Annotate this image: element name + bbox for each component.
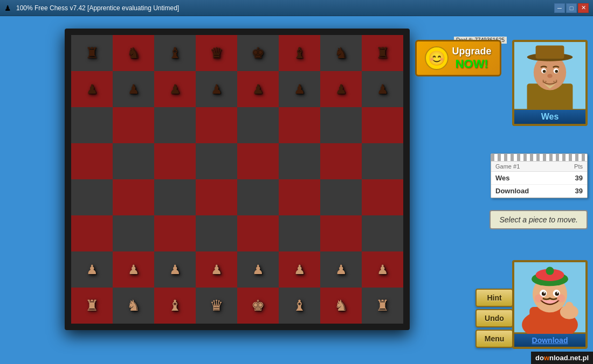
undo-button[interactable]: Undo bbox=[475, 309, 513, 327]
black-piece[interactable]: ♟ bbox=[362, 71, 403, 107]
board-cell[interactable] bbox=[71, 107, 113, 143]
board-cell[interactable]: ♜ bbox=[71, 288, 113, 324]
board-cell[interactable]: ♟ bbox=[279, 251, 320, 288]
board-cell[interactable] bbox=[113, 143, 154, 179]
black-piece[interactable]: ♜ bbox=[362, 35, 403, 71]
board-cell[interactable]: ♜ bbox=[362, 288, 403, 324]
white-piece[interactable]: ♟ bbox=[71, 251, 113, 288]
menu-button[interactable]: Menu bbox=[475, 330, 513, 348]
board-cell[interactable]: ♟ bbox=[71, 71, 113, 107]
board-cell[interactable]: ♟ bbox=[196, 251, 237, 288]
board-cell[interactable]: ♚ bbox=[237, 288, 279, 324]
chess-board[interactable]: ♜♞♝♛♚♝♞♜♟♟♟♟♟♟♟♟♟♟♟♟♟♟♟♟♜♞♝♛♚♝♞♜ bbox=[65, 29, 410, 330]
board-cell[interactable]: ♚ bbox=[237, 35, 279, 71]
white-piece[interactable]: ♞ bbox=[113, 288, 154, 324]
hint-button[interactable]: Hint bbox=[475, 289, 513, 307]
board-cell[interactable] bbox=[362, 215, 403, 251]
board-cell[interactable]: ♝ bbox=[154, 35, 196, 71]
board-cell[interactable] bbox=[196, 215, 237, 251]
black-piece[interactable]: ♟ bbox=[71, 71, 113, 107]
board-cell[interactable]: ♛ bbox=[196, 288, 237, 324]
board-cell[interactable] bbox=[154, 143, 196, 179]
board-cell[interactable] bbox=[237, 143, 279, 179]
board-cell[interactable]: ♜ bbox=[71, 35, 113, 71]
board-cell[interactable] bbox=[279, 215, 320, 251]
board-cell[interactable]: ♟ bbox=[237, 251, 279, 288]
black-piece[interactable]: ♟ bbox=[113, 71, 154, 107]
download-name[interactable]: Download bbox=[514, 334, 585, 347]
black-piece[interactable]: ♟ bbox=[320, 71, 362, 107]
minimize-button[interactable]: ─ bbox=[554, 3, 565, 13]
board-cell[interactable]: ♟ bbox=[113, 71, 154, 107]
board-cell[interactable]: ♞ bbox=[113, 35, 154, 71]
board-cell[interactable]: ♝ bbox=[279, 35, 320, 71]
board-cell[interactable]: ♟ bbox=[154, 71, 196, 107]
board-cell[interactable]: ♟ bbox=[362, 71, 403, 107]
black-piece[interactable]: ♟ bbox=[154, 71, 196, 107]
white-piece[interactable]: ♟ bbox=[279, 251, 320, 288]
board-cell[interactable] bbox=[154, 179, 196, 215]
board-cell[interactable] bbox=[279, 143, 320, 179]
white-piece[interactable]: ♝ bbox=[279, 288, 320, 324]
board-cell[interactable] bbox=[113, 107, 154, 143]
board-cell[interactable] bbox=[320, 107, 362, 143]
board-cell[interactable] bbox=[71, 179, 113, 215]
board-cell[interactable] bbox=[237, 107, 279, 143]
white-piece[interactable]: ♟ bbox=[362, 251, 403, 288]
white-piece[interactable]: ♟ bbox=[113, 251, 154, 288]
board-cell[interactable]: ♛ bbox=[196, 35, 237, 71]
board-cell[interactable] bbox=[362, 107, 403, 143]
black-piece[interactable]: ♟ bbox=[196, 71, 237, 107]
white-piece[interactable]: ♟ bbox=[237, 251, 279, 288]
white-piece[interactable]: ♚ bbox=[237, 288, 279, 324]
board-cell[interactable]: ♝ bbox=[279, 288, 320, 324]
board-cell[interactable] bbox=[362, 179, 403, 215]
white-piece[interactable]: ♟ bbox=[320, 251, 362, 288]
board-cell[interactable]: ♟ bbox=[279, 71, 320, 107]
board-cell[interactable] bbox=[320, 143, 362, 179]
board-cell[interactable]: ♞ bbox=[320, 35, 362, 71]
board-cell[interactable] bbox=[154, 107, 196, 143]
black-piece[interactable]: ♛ bbox=[196, 35, 237, 71]
board-cell[interactable] bbox=[113, 215, 154, 251]
board-cell[interactable] bbox=[320, 215, 362, 251]
white-piece[interactable]: ♛ bbox=[196, 288, 237, 324]
board-cell[interactable]: ♟ bbox=[154, 251, 196, 288]
board-cell[interactable]: ♟ bbox=[237, 71, 279, 107]
board-cell[interactable]: ♝ bbox=[154, 288, 196, 324]
board-cell[interactable]: ♟ bbox=[320, 71, 362, 107]
board-cell[interactable]: ♟ bbox=[362, 251, 403, 288]
board-cell[interactable] bbox=[320, 179, 362, 215]
board-cell[interactable]: ♞ bbox=[320, 288, 362, 324]
board-cell[interactable] bbox=[71, 143, 113, 179]
board-cell[interactable] bbox=[113, 179, 154, 215]
white-piece[interactable]: ♜ bbox=[362, 288, 403, 324]
white-piece[interactable]: ♞ bbox=[320, 288, 362, 324]
board-cell[interactable] bbox=[196, 179, 237, 215]
board-cell[interactable] bbox=[279, 179, 320, 215]
board-cell[interactable]: ♟ bbox=[71, 251, 113, 288]
board-cell[interactable] bbox=[196, 107, 237, 143]
board-cell[interactable]: ♟ bbox=[320, 251, 362, 288]
black-piece[interactable]: ♝ bbox=[279, 35, 320, 71]
white-piece[interactable]: ♜ bbox=[71, 288, 113, 324]
black-piece[interactable]: ♟ bbox=[279, 71, 320, 107]
close-button[interactable]: ✕ bbox=[578, 3, 589, 13]
board-cell[interactable] bbox=[237, 215, 279, 251]
white-piece[interactable]: ♟ bbox=[154, 251, 196, 288]
board-cell[interactable]: ♟ bbox=[113, 251, 154, 288]
board-cell[interactable] bbox=[71, 215, 113, 251]
black-piece[interactable]: ♚ bbox=[237, 35, 279, 71]
board-cell[interactable] bbox=[237, 179, 279, 215]
black-piece[interactable]: ♝ bbox=[154, 35, 196, 71]
black-piece[interactable]: ♟ bbox=[237, 71, 279, 107]
board-cell[interactable]: ♟ bbox=[196, 71, 237, 107]
upgrade-button[interactable]: 😊 Upgrade NOW! bbox=[415, 40, 501, 76]
board-cell[interactable] bbox=[279, 107, 320, 143]
board-cell[interactable] bbox=[154, 215, 196, 251]
black-piece[interactable]: ♞ bbox=[113, 35, 154, 71]
white-piece[interactable]: ♝ bbox=[154, 288, 196, 324]
board-cell[interactable] bbox=[362, 143, 403, 179]
white-piece[interactable]: ♟ bbox=[196, 251, 237, 288]
board-cell[interactable]: ♜ bbox=[362, 35, 403, 71]
